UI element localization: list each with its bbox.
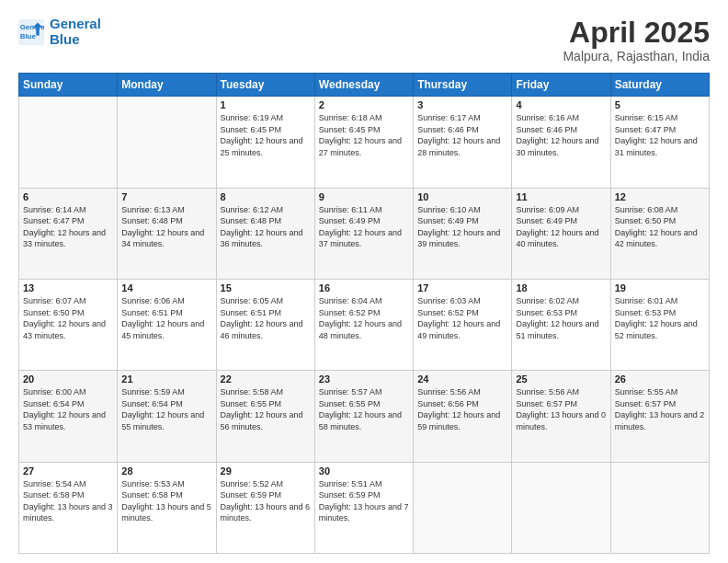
title-block: April 2025 Malpura, Rajasthan, India (563, 17, 710, 63)
calendar-week-row: 6Sunrise: 6:14 AM Sunset: 6:47 PM Daylig… (19, 188, 710, 279)
day-number: 15 (221, 282, 311, 293)
day-number: 2 (319, 99, 409, 110)
calendar-cell: 20Sunrise: 6:00 AM Sunset: 6:54 PM Dayli… (19, 371, 118, 462)
day-info: Sunrise: 5:53 AM Sunset: 6:58 PM Dayligh… (121, 478, 211, 524)
calendar-cell: 30Sunrise: 5:51 AM Sunset: 6:59 PM Dayli… (314, 462, 413, 553)
main-title: April 2025 (563, 17, 710, 49)
weekday-header: Wednesday (314, 74, 413, 97)
day-number: 23 (319, 373, 409, 385)
calendar-cell: 10Sunrise: 6:10 AM Sunset: 6:49 PM Dayli… (414, 188, 512, 279)
weekday-header: Thursday (414, 74, 512, 97)
calendar-cell (118, 97, 216, 188)
day-info: Sunrise: 6:06 AM Sunset: 6:51 PM Dayligh… (121, 295, 211, 341)
day-number: 30 (319, 465, 409, 477)
day-number: 4 (516, 99, 606, 110)
day-number: 26 (615, 373, 705, 385)
day-number: 9 (319, 191, 409, 202)
day-info: Sunrise: 6:09 AM Sunset: 6:49 PM Dayligh… (516, 204, 606, 250)
calendar-cell (512, 462, 610, 553)
day-number: 18 (516, 282, 606, 293)
calendar-cell: 13Sunrise: 6:07 AM Sunset: 6:50 PM Dayli… (19, 279, 118, 370)
calendar-cell (610, 462, 709, 553)
day-number: 19 (615, 282, 705, 293)
day-info: Sunrise: 5:56 AM Sunset: 6:57 PM Dayligh… (516, 386, 606, 432)
calendar-cell: 24Sunrise: 5:56 AM Sunset: 6:56 PM Dayli… (414, 371, 512, 462)
day-info: Sunrise: 5:59 AM Sunset: 6:54 PM Dayligh… (121, 386, 211, 432)
day-info: Sunrise: 6:04 AM Sunset: 6:52 PM Dayligh… (319, 295, 409, 341)
day-info: Sunrise: 5:57 AM Sunset: 6:55 PM Dayligh… (319, 386, 409, 432)
calendar-cell: 23Sunrise: 5:57 AM Sunset: 6:55 PM Dayli… (314, 371, 413, 462)
calendar-table: SundayMondayTuesdayWednesdayThursdayFrid… (18, 73, 710, 554)
day-number: 14 (121, 282, 211, 293)
calendar-cell: 15Sunrise: 6:05 AM Sunset: 6:51 PM Dayli… (216, 279, 314, 370)
calendar-cell: 18Sunrise: 6:02 AM Sunset: 6:53 PM Dayli… (512, 279, 610, 370)
weekday-header: Sunday (19, 74, 118, 97)
logo-text: General Blue (50, 17, 101, 47)
calendar-cell: 11Sunrise: 6:09 AM Sunset: 6:49 PM Dayli… (512, 188, 610, 279)
day-info: Sunrise: 6:15 AM Sunset: 6:47 PM Dayligh… (615, 112, 705, 158)
header: General Blue General Blue April 2025 Mal… (18, 17, 710, 63)
page: General Blue General Blue April 2025 Mal… (0, 0, 728, 563)
day-info: Sunrise: 6:13 AM Sunset: 6:48 PM Dayligh… (121, 204, 211, 250)
day-info: Sunrise: 5:51 AM Sunset: 6:59 PM Dayligh… (319, 478, 409, 524)
logo-icon: General Blue (18, 19, 44, 45)
day-info: Sunrise: 6:12 AM Sunset: 6:48 PM Dayligh… (221, 204, 311, 250)
calendar-week-row: 27Sunrise: 5:54 AM Sunset: 6:58 PM Dayli… (19, 462, 710, 553)
day-info: Sunrise: 6:16 AM Sunset: 6:46 PM Dayligh… (516, 112, 606, 158)
calendar-cell: 26Sunrise: 5:55 AM Sunset: 6:57 PM Dayli… (610, 371, 709, 462)
day-number: 22 (221, 373, 311, 385)
calendar-cell: 2Sunrise: 6:18 AM Sunset: 6:45 PM Daylig… (314, 97, 413, 188)
day-number: 17 (417, 282, 507, 293)
calendar-cell (414, 462, 512, 553)
calendar-week-row: 13Sunrise: 6:07 AM Sunset: 6:50 PM Dayli… (19, 279, 710, 370)
day-info: Sunrise: 5:56 AM Sunset: 6:56 PM Dayligh… (417, 386, 507, 432)
day-info: Sunrise: 6:10 AM Sunset: 6:49 PM Dayligh… (417, 204, 507, 250)
calendar-cell (19, 97, 118, 188)
calendar-cell: 16Sunrise: 6:04 AM Sunset: 6:52 PM Dayli… (314, 279, 413, 370)
calendar-cell: 22Sunrise: 5:58 AM Sunset: 6:55 PM Dayli… (216, 371, 314, 462)
weekday-header: Monday (118, 74, 216, 97)
day-number: 25 (516, 373, 606, 385)
logo-line1: General (50, 16, 101, 31)
calendar-cell: 3Sunrise: 6:17 AM Sunset: 6:46 PM Daylig… (414, 97, 512, 188)
calendar-week-row: 20Sunrise: 6:00 AM Sunset: 6:54 PM Dayli… (19, 371, 710, 462)
day-number: 11 (516, 191, 606, 202)
day-info: Sunrise: 5:52 AM Sunset: 6:59 PM Dayligh… (221, 478, 311, 524)
day-number: 6 (23, 191, 113, 202)
day-number: 28 (121, 465, 211, 477)
day-info: Sunrise: 6:18 AM Sunset: 6:45 PM Dayligh… (319, 112, 409, 158)
day-info: Sunrise: 6:02 AM Sunset: 6:53 PM Dayligh… (516, 295, 606, 341)
day-number: 12 (615, 191, 705, 202)
calendar-cell: 27Sunrise: 5:54 AM Sunset: 6:58 PM Dayli… (19, 462, 118, 553)
day-number: 3 (417, 99, 507, 110)
day-number: 8 (221, 191, 311, 202)
calendar-cell: 5Sunrise: 6:15 AM Sunset: 6:47 PM Daylig… (610, 97, 709, 188)
calendar-cell: 28Sunrise: 5:53 AM Sunset: 6:58 PM Dayli… (118, 462, 216, 553)
calendar-cell: 7Sunrise: 6:13 AM Sunset: 6:48 PM Daylig… (118, 188, 216, 279)
day-info: Sunrise: 6:05 AM Sunset: 6:51 PM Dayligh… (221, 295, 311, 341)
weekday-header: Friday (512, 74, 610, 97)
day-info: Sunrise: 6:03 AM Sunset: 6:52 PM Dayligh… (417, 295, 507, 341)
day-number: 16 (319, 282, 409, 293)
day-info: Sunrise: 6:00 AM Sunset: 6:54 PM Dayligh… (23, 386, 113, 432)
calendar-cell: 21Sunrise: 5:59 AM Sunset: 6:54 PM Dayli… (118, 371, 216, 462)
logo: General Blue General Blue (18, 17, 101, 47)
calendar-cell: 29Sunrise: 5:52 AM Sunset: 6:59 PM Dayli… (216, 462, 314, 553)
calendar-cell: 9Sunrise: 6:11 AM Sunset: 6:49 PM Daylig… (314, 188, 413, 279)
svg-text:General: General (20, 23, 44, 31)
day-info: Sunrise: 6:19 AM Sunset: 6:45 PM Dayligh… (221, 112, 311, 158)
subtitle: Malpura, Rajasthan, India (563, 49, 710, 63)
logo-line2: Blue (50, 31, 80, 47)
svg-text:Blue: Blue (20, 32, 37, 40)
day-info: Sunrise: 6:11 AM Sunset: 6:49 PM Dayligh… (319, 204, 409, 250)
day-number: 20 (23, 373, 113, 385)
day-info: Sunrise: 5:58 AM Sunset: 6:55 PM Dayligh… (221, 386, 311, 432)
day-info: Sunrise: 6:14 AM Sunset: 6:47 PM Dayligh… (23, 204, 113, 250)
day-info: Sunrise: 5:54 AM Sunset: 6:58 PM Dayligh… (23, 478, 113, 524)
day-info: Sunrise: 6:08 AM Sunset: 6:50 PM Dayligh… (615, 204, 705, 250)
day-number: 13 (23, 282, 113, 293)
calendar-header-row: SundayMondayTuesdayWednesdayThursdayFrid… (19, 74, 710, 97)
day-info: Sunrise: 6:01 AM Sunset: 6:53 PM Dayligh… (615, 295, 705, 341)
weekday-header: Tuesday (216, 74, 314, 97)
day-number: 29 (221, 465, 311, 477)
